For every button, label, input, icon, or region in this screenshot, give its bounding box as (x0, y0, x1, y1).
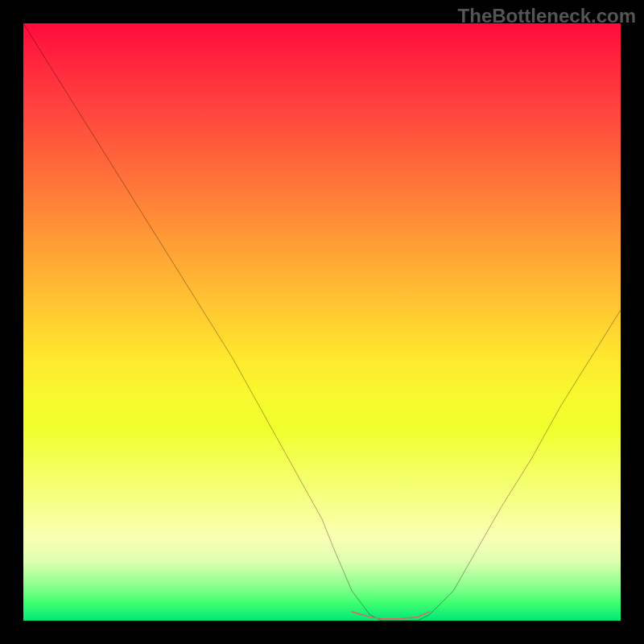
plot-area (23, 23, 621, 621)
chart-svg (23, 23, 621, 621)
optimal-flat-zone-path (352, 612, 429, 619)
watermark-text: TheBottleneck.com (458, 5, 636, 27)
bottleneck-curve-path (23, 23, 621, 621)
